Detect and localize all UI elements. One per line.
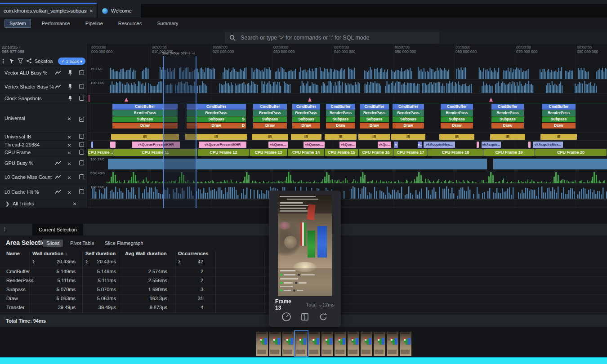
refresh-icon[interactable] bbox=[318, 312, 328, 322]
track-row-thread-2-29384[interactable]: Thread-2 29384✕ bbox=[0, 141, 88, 149]
menu-dots-icon[interactable] bbox=[2, 58, 6, 64]
slice-vkacquirenex[interactable]: vkAcquireNex... bbox=[424, 142, 455, 148]
filmstrip-frame-thumb[interactable] bbox=[335, 332, 346, 356]
slice-draw[interactable]: Draw bbox=[360, 123, 389, 129]
slice-cpu-frame[interactable]: CPU Frame ... bbox=[88, 149, 113, 156]
slice-cmdbuffer[interactable]: CmdBuffer bbox=[360, 104, 389, 110]
slice-vkqueuepresentkhr[interactable]: vkQueuePresentKHR bbox=[199, 142, 246, 148]
slice-cpu-frame-16[interactable]: CPU Frame 16 bbox=[359, 149, 393, 156]
share-graph-icon[interactable] bbox=[26, 58, 32, 64]
slice-cpu-frame-20[interactable]: CPU Frame 20 bbox=[535, 149, 607, 156]
slice-vkqueu[interactable]: vkQueu... bbox=[268, 142, 288, 148]
slice-ib[interactable]: IB bbox=[490, 134, 525, 140]
timeline-scrubber-bar[interactable] bbox=[0, 357, 607, 364]
cursor-select-icon[interactable] bbox=[9, 58, 15, 64]
slice-draw[interactable]: Draw bbox=[542, 123, 576, 129]
slice-cpu-frame-15[interactable]: CPU Frame 15 bbox=[325, 149, 358, 156]
slice-subpass[interactable]: Subpass bbox=[360, 116, 389, 122]
filmstrip-frame-thumb[interactable] bbox=[256, 332, 268, 356]
slice-ib[interactable]: IB bbox=[252, 134, 288, 140]
remove-track-icon[interactable]: ✕ bbox=[67, 135, 71, 140]
slice-thread-event[interactable] bbox=[528, 142, 531, 148]
track-checkbox-checked[interactable]: ✓ bbox=[79, 117, 84, 122]
track-checkbox[interactable] bbox=[79, 150, 84, 155]
tab-performance[interactable]: Performance bbox=[37, 19, 75, 27]
slice-subpass-tail[interactable]: S bbox=[241, 116, 246, 122]
filter-funnel-icon[interactable] bbox=[18, 58, 23, 64]
slice-vkacquirenex[interactable]: vkAcquireNex... bbox=[533, 142, 563, 148]
sparkline-icon[interactable] bbox=[55, 160, 61, 166]
slice-renderpass[interactable]: RenderPass bbox=[542, 110, 576, 116]
col-occurrences[interactable]: Occurrences bbox=[178, 251, 208, 256]
slice-subpass[interactable]: Subpass bbox=[326, 116, 355, 122]
drag-handle-icon[interactable]: ⁞ bbox=[4, 226, 5, 232]
slice-renderpass[interactable]: RenderPass bbox=[491, 110, 524, 116]
track-checkbox[interactable] bbox=[79, 160, 84, 165]
sparkline-icon[interactable] bbox=[55, 174, 61, 180]
slice-draw[interactable]: Draw bbox=[393, 123, 424, 129]
track-checkbox[interactable] bbox=[79, 70, 84, 75]
track-row-vertex-shader-busy[interactable]: Vertex Shader Busy % bbox=[0, 80, 88, 94]
col-name[interactable]: Name bbox=[6, 251, 20, 256]
slice-ib[interactable]: IB bbox=[325, 134, 357, 140]
selection-start-handle[interactable] bbox=[163, 56, 164, 208]
slice-cpu-frame-14[interactable]: CPU Frame 14 bbox=[288, 149, 324, 156]
slice-cmdbuffer[interactable]: CmdBuffer bbox=[491, 104, 524, 110]
slice-renderpass[interactable]: RenderPass bbox=[360, 110, 389, 116]
slice-subpass[interactable]: Subpass bbox=[292, 116, 320, 122]
slice-renderpass[interactable]: RenderPass bbox=[441, 110, 473, 116]
slice-renderpass[interactable]: RenderPass bbox=[253, 110, 287, 116]
sparkline-icon[interactable] bbox=[55, 70, 61, 76]
slice-cmdbuffer[interactable]: CmdBuffer bbox=[292, 104, 320, 110]
track-row-all-tracks[interactable]: ❯ All Tracks ✕ bbox=[0, 200, 88, 208]
slice-ib[interactable]: IB bbox=[291, 134, 321, 140]
slice-draw-tail[interactable]: D bbox=[241, 123, 246, 129]
slice-cmdbuffer[interactable]: CmdBuffer bbox=[542, 104, 576, 110]
frame-mode-dropdown[interactable]: Total⌄ bbox=[306, 302, 322, 308]
slice-vkque[interactable]: vkQue... bbox=[339, 142, 356, 148]
slice-vkacquir[interactable]: vkAcquir... bbox=[482, 142, 501, 148]
track-checkbox[interactable] bbox=[79, 96, 84, 101]
slice-ib[interactable]: IB bbox=[358, 134, 390, 140]
slice-draw[interactable]: Draw bbox=[253, 123, 287, 129]
filmstrip-frame-thumb[interactable] bbox=[374, 332, 385, 356]
expand-chevron-icon[interactable]: ❯ bbox=[5, 201, 9, 207]
timeline-canvas-area[interactable]: 00:00:00000 000 00000:00:00010 000 00000… bbox=[88, 44, 607, 208]
track-checkbox[interactable] bbox=[79, 134, 84, 139]
sparkline-icon[interactable] bbox=[55, 189, 61, 195]
pin-icon[interactable] bbox=[67, 95, 73, 102]
track-row-cpu-frame[interactable]: CPU Frame✕ bbox=[0, 149, 88, 156]
slice-thread-event[interactable] bbox=[477, 142, 479, 148]
filmstrip-frame-thumb[interactable] bbox=[348, 332, 359, 356]
filmstrip-frame-thumb[interactable] bbox=[295, 332, 307, 356]
slice-ib[interactable]: IB bbox=[439, 134, 474, 140]
pin-icon[interactable] bbox=[67, 84, 73, 90]
slice-cpu-frame-13[interactable]: CPU Frame 13 bbox=[250, 149, 287, 156]
track-row-universal-ib[interactable]: Universal IB✕ bbox=[0, 133, 88, 141]
slice-subpass[interactable]: Subpass bbox=[542, 116, 576, 122]
track-row-universal[interactable]: Universal✕✓ bbox=[0, 103, 88, 133]
slice-v[interactable]: v... bbox=[418, 142, 422, 148]
slice-cpu-frame-17[interactable]: CPU Frame 17 bbox=[393, 149, 428, 156]
sparkline-icon[interactable] bbox=[55, 84, 61, 90]
report-panel-icon[interactable] bbox=[300, 312, 310, 322]
remove-track-icon[interactable]: ✕ bbox=[67, 143, 71, 148]
gauge-icon[interactable] bbox=[281, 312, 291, 322]
slice-thread-event[interactable] bbox=[91, 142, 93, 148]
slice-cmdbuffer[interactable]: CmdBuffer bbox=[441, 104, 473, 110]
clock-marker[interactable] bbox=[308, 98, 312, 102]
slice-subpass[interactable]: Subpass bbox=[393, 116, 424, 122]
slice-cmdbuffer[interactable]: CmdBuffer bbox=[393, 104, 424, 110]
slice-draw[interactable]: Draw bbox=[292, 123, 320, 129]
selection-end-handle[interactable] bbox=[196, 56, 196, 208]
search-box[interactable] bbox=[225, 32, 439, 44]
close-tab-icon[interactable]: ✕ bbox=[89, 9, 93, 13]
slice-subpass[interactable]: Subpass bbox=[253, 116, 287, 122]
tab-current-selection[interactable]: Current Selection bbox=[32, 224, 83, 235]
panel-tab-pivot-table[interactable]: Pivot Table bbox=[67, 240, 98, 247]
slice-v[interactable]: v bbox=[394, 142, 398, 148]
tab-welcome[interactable]: Welcome bbox=[98, 4, 141, 18]
slice-cpu-frame-12[interactable]: CPU Frame 12 bbox=[198, 149, 249, 156]
filmstrip-frame-thumb[interactable] bbox=[387, 332, 398, 356]
slice-draw[interactable]: Draw bbox=[441, 123, 473, 129]
